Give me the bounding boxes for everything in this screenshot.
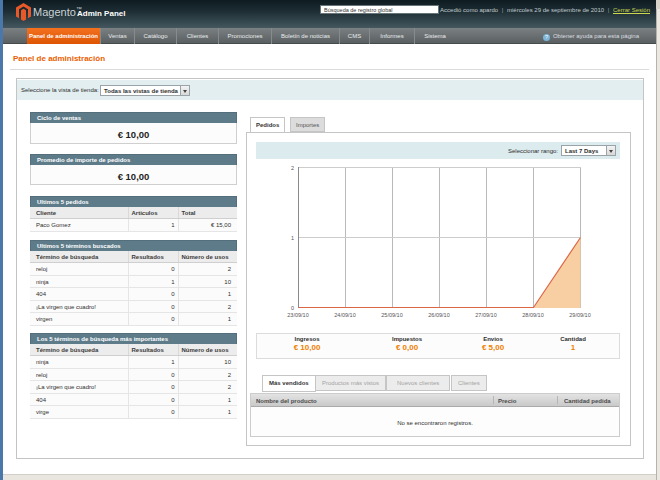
svg-text:0: 0 <box>291 305 294 311</box>
svg-text:28/09/10: 28/09/10 <box>522 312 543 318</box>
svg-text:1: 1 <box>291 235 294 241</box>
svg-text:25/09/10: 25/09/10 <box>381 312 402 318</box>
svg-text:23/09/10: 23/09/10 <box>287 312 308 318</box>
svg-text:29/09/10: 29/09/10 <box>569 312 590 318</box>
svg-text:2: 2 <box>291 165 294 171</box>
svg-text:26/09/10: 26/09/10 <box>428 312 449 318</box>
svg-text:24/09/10: 24/09/10 <box>334 312 355 318</box>
svg-text:27/09/10: 27/09/10 <box>475 312 496 318</box>
